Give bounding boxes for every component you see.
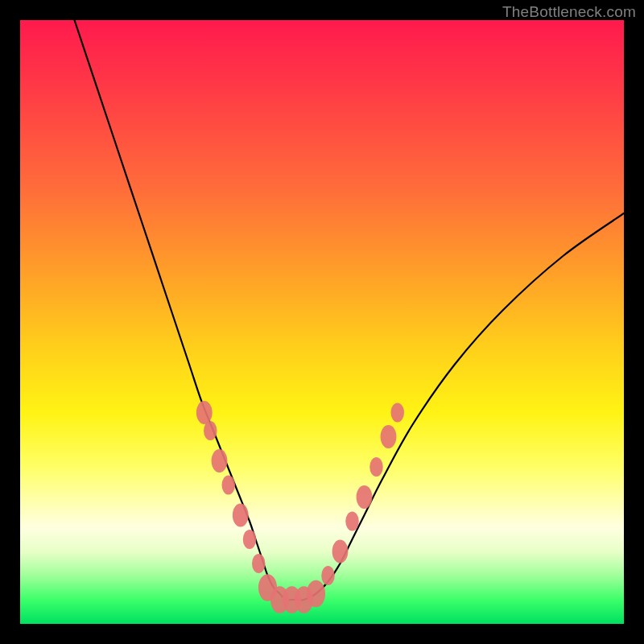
curve-marker [345, 512, 359, 531]
curve-marker [222, 476, 236, 495]
curve-marker [321, 566, 335, 585]
curve-marker [204, 421, 217, 440]
curve-marker [212, 449, 228, 473]
chart-frame: TheBottleneck.com [0, 0, 644, 644]
curve-marker [196, 401, 213, 424]
curve-marker [252, 554, 266, 573]
curve-marker [391, 403, 405, 423]
curve-marker [381, 425, 397, 448]
plot-area [20, 20, 624, 624]
curve-markers [196, 401, 404, 613]
watermark-text: TheBottleneck.com [502, 3, 636, 21]
curve-marker [369, 457, 383, 477]
curve-marker [243, 530, 257, 549]
curve-marker [357, 485, 373, 509]
curve-marker [233, 504, 249, 527]
chart-svg [20, 20, 624, 624]
curve-marker [307, 580, 325, 608]
curve-marker [332, 540, 349, 564]
